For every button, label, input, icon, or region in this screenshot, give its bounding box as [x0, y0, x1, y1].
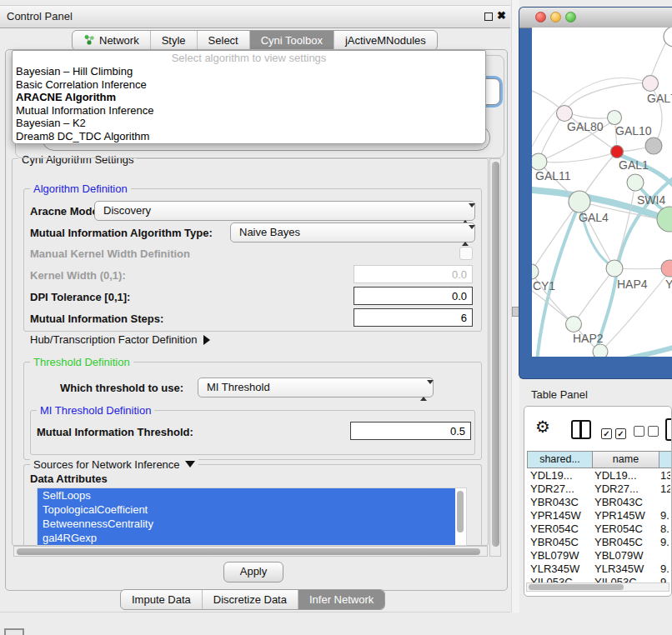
scrollbar-thumb[interactable] [529, 584, 624, 590]
settings-horizontal-scrollbar[interactable] [13, 546, 488, 557]
node-label: GAL80 [567, 120, 604, 133]
dropdown-item[interactable]: Dream8 DC_TDC Algorithm [13, 130, 485, 143]
network-node[interactable] [532, 153, 547, 170]
sources-group-title[interactable]: Sources for Network Inference [30, 458, 198, 471]
mi-type-combobox[interactable]: Naive Bayes [230, 222, 475, 242]
tab-jactivemnodules[interactable]: jActiveMNodules [333, 31, 437, 50]
new-table-icon[interactable] [665, 418, 672, 441]
table-row[interactable]: YDR27...YDR27...12 [527, 482, 670, 496]
minimized-panel-icon[interactable] [4, 628, 24, 635]
deselect-all-icon[interactable] [634, 425, 662, 440]
network-node[interactable] [569, 191, 590, 212]
minimize-traffic-light-icon[interactable] [550, 12, 561, 22]
tab-infer-network[interactable]: Infer Network [298, 590, 384, 609]
table-cell: YLR345W [594, 562, 658, 576]
columns-icon[interactable] [571, 420, 591, 439]
close-traffic-light-icon[interactable] [535, 12, 546, 22]
hub-definition-toggle[interactable]: Hub/Transcription Factor Definition [30, 333, 210, 346]
network-node[interactable] [645, 138, 662, 154]
table-cell: YDL19... [530, 469, 591, 482]
table-row[interactable]: YLR345WYLR345W9. [527, 562, 670, 576]
attribute-items: SelfLoopsTopologicalCoefficientBetweenne… [38, 488, 466, 545]
tab-impute-data[interactable]: Impute Data [121, 590, 202, 609]
list-scrollbar[interactable] [456, 490, 464, 535]
network-node[interactable] [627, 174, 644, 191]
table-row[interactable]: YIL053CYIL053C9 [527, 576, 670, 582]
aracne-mode-combobox[interactable]: Discovery [94, 201, 475, 221]
table-cell: YBR043C [530, 496, 591, 509]
tab-cyni-toolbox[interactable]: Cyni Toolbox [249, 31, 333, 50]
dropdown-item[interactable]: Bayesian – Hill Climbing [13, 65, 485, 78]
dropdown-item[interactable]: Basic Correlation Inference [13, 78, 485, 92]
settings-vertical-scrollbar[interactable] [489, 158, 501, 557]
apply-button[interactable]: Apply [223, 562, 283, 582]
network-window-titlebar[interactable] [519, 8, 672, 28]
mi-threshold-field[interactable] [350, 422, 471, 440]
scrollbar-thumb[interactable] [17, 548, 480, 555]
expand-right-icon [203, 335, 210, 345]
network-node[interactable] [557, 106, 573, 122]
dropdown-item[interactable]: Mutual Information Inference [13, 104, 485, 118]
table-horizontal-scrollbar[interactable] [526, 582, 669, 592]
which-threshold-value: MI Threshold [207, 381, 270, 393]
collapse-down-icon [185, 461, 195, 468]
mi-steps-field[interactable] [354, 308, 473, 327]
table-cell: 9. [660, 536, 669, 549]
kernel-width-field[interactable] [354, 265, 473, 283]
gear-icon[interactable]: ⚙ [535, 417, 550, 437]
attribute-item[interactable]: gal4RGexp [38, 531, 455, 545]
table-row[interactable]: YER054CYER054C8. [527, 522, 670, 536]
network-edge[interactable] [532, 202, 579, 272]
table-row[interactable]: YBL079WYBL079W [527, 549, 670, 562]
network-canvas[interactable]: GAL7GAL80GAL10GAL1GAL11SWI4GAL4HAP4YGCY1… [532, 28, 672, 357]
network-node[interactable] [532, 264, 539, 279]
table-cell: YER054C [594, 522, 658, 536]
node-label: GCY1 [532, 279, 555, 292]
table-body: YDL19...YDL19...13YDR27...YDR27...12YBR0… [527, 469, 670, 582]
network-view-window[interactable]: GAL7GAL80GAL10GAL1GAL11SWI4GAL4HAP4YGCY1… [519, 7, 672, 379]
network-edge[interactable] [555, 348, 672, 357]
dropdown-item[interactable]: Bayesian – K2 [13, 117, 485, 130]
tab-label: Infer Network [309, 593, 374, 606]
dropdown-item-selected[interactable]: ARACNE Algorithm [13, 91, 485, 104]
network-node[interactable] [661, 260, 672, 277]
float-window-icon[interactable] [484, 12, 493, 21]
table-row[interactable]: YBR045CYBR045C9. [527, 536, 670, 549]
column-header-name[interactable]: name [593, 451, 659, 468]
scrollbar-thumb[interactable] [492, 162, 499, 547]
manual-kernel-checkbox[interactable] [459, 247, 473, 260]
network-node[interactable] [657, 207, 672, 232]
select-all-icon[interactable]: ✓✓ [601, 425, 629, 440]
network-node[interactable] [611, 146, 624, 158]
tab-style[interactable]: Style [150, 31, 197, 50]
column-header-partial[interactable] [659, 451, 672, 468]
table-row[interactable]: YPR145WYPR145W9. [527, 509, 670, 522]
network-node[interactable] [643, 76, 659, 92]
node-label: GAL11 [535, 169, 571, 182]
tab-label: Select [208, 34, 238, 47]
table-cell: YBL079W [594, 549, 658, 562]
table-cell: YPR145W [594, 509, 658, 522]
tab-discretize-data[interactable]: Discretize Data [202, 590, 298, 609]
zoom-traffic-light-icon[interactable] [565, 12, 576, 22]
attribute-item[interactable]: BetweennessCentrality [38, 517, 455, 531]
network-edge[interactable] [564, 82, 649, 112]
network-node[interactable] [608, 111, 622, 125]
network-node[interactable] [593, 344, 608, 357]
tab-select[interactable]: Select [197, 31, 249, 50]
attribute-item[interactable]: SelfLoops [38, 488, 455, 502]
close-icon[interactable]: ✖ [497, 9, 506, 22]
network-node[interactable] [566, 317, 582, 332]
table-cell: YPR145W [530, 509, 591, 522]
dpi-tolerance-field[interactable] [354, 287, 473, 305]
attribute-item[interactable]: TopologicalCoefficient [38, 502, 455, 517]
network-node[interactable] [606, 260, 623, 277]
app-window: Control Panel ✖ Network Style Select Cyn… [0, 0, 672, 635]
column-header-shared-name[interactable]: shared... [527, 451, 593, 468]
which-threshold-combobox[interactable]: MI Threshold [198, 378, 434, 398]
tab-network[interactable]: Network [73, 31, 150, 50]
table-row[interactable]: YBR043CYBR043C [527, 496, 670, 509]
scrollbar-thumb[interactable] [457, 491, 464, 532]
table-row[interactable]: YDL19...YDL19...13 [527, 469, 670, 482]
table-cell: YBR043C [594, 496, 658, 509]
